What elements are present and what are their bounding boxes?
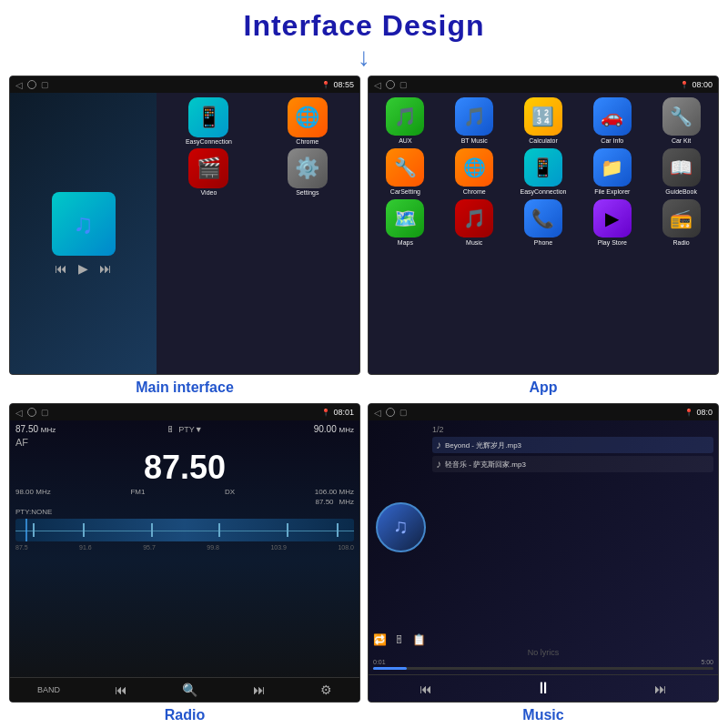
page-title: Interface Design xyxy=(9,9,719,43)
music-track-counter: 1/2 xyxy=(432,425,713,434)
app-calculator[interactable]: 🔢 Calculator xyxy=(511,97,576,144)
progress-bar-bg[interactable] xyxy=(373,667,713,670)
pty-selector[interactable]: PTY▼ xyxy=(178,425,202,434)
music-time: 08:0 xyxy=(696,408,713,417)
music2-label: Music xyxy=(466,239,482,246)
app-cell: ◁ ▢ 📍 08:00 🎵 AUX xyxy=(368,76,719,396)
radio-top-bar: 87.50 MHz 🎚 PTY▼ 90.00 MHz xyxy=(15,424,354,434)
app-status-left: ◁ ▢ xyxy=(374,80,408,90)
scale-marker-3 xyxy=(151,523,153,537)
scale-99: 99.8 xyxy=(207,544,219,551)
app-status-right: 📍 08:00 xyxy=(680,80,713,89)
radio-next[interactable]: ⏭ xyxy=(253,682,266,697)
calculator-icon: 🔢 xyxy=(524,97,562,136)
app-easy-conn[interactable]: 📱 EasyConnection xyxy=(511,148,576,195)
app-bt-music[interactable]: 🎵 BT Music xyxy=(442,97,507,144)
app-easy-connection[interactable]: 📱 EasyConnection xyxy=(161,97,256,145)
app-guidebook[interactable]: 📖 GuideBook xyxy=(649,148,713,195)
guidebook-icon: 📖 xyxy=(662,148,701,187)
music-list-icon[interactable]: 📋 xyxy=(412,633,426,646)
radio-location-icon: 📍 xyxy=(321,409,330,417)
playlist-item-1[interactable]: ♪ Beyond - 光辉岁月.mp3 xyxy=(432,437,713,453)
page-wrapper: Interface Design ↓ ◁ ▢ 📍 08:55 xyxy=(0,0,728,728)
playlist-item-2[interactable]: ♪ 轻音乐 - 萨克斯回家.mp3 xyxy=(432,456,713,472)
music-repeat-icon[interactable]: 🔁 xyxy=(373,633,387,646)
music-square-icon: ▢ xyxy=(399,408,408,417)
progress-times: 0:01 5:00 xyxy=(373,659,713,665)
car-info-label: Car Info xyxy=(601,137,623,144)
app-music2[interactable]: 🎵 Music xyxy=(442,199,507,246)
app-radio2[interactable]: 📻 Radio xyxy=(649,199,713,246)
screens-grid: ◁ ▢ 📍 08:55 ♫ xyxy=(9,76,719,723)
music-status-left: ◁ ▢ xyxy=(374,408,408,418)
music-prev-btn[interactable]: ⏮ xyxy=(420,682,432,696)
play-icon[interactable]: ▶ xyxy=(78,261,88,276)
app-file-exp[interactable]: 📁 File Explorer xyxy=(580,148,644,195)
scale-87: 87.5 xyxy=(15,544,28,551)
settings-icon: ⚙️ xyxy=(288,148,328,188)
music-playlist: ♪ Beyond - 光辉岁月.mp3 ♪ 轻音乐 - 萨克斯回家.mp3 xyxy=(432,437,713,472)
music-note: ♫ xyxy=(73,208,94,239)
playlist-note-1: ♪ xyxy=(436,439,441,451)
phone-icon: 📞 xyxy=(524,199,562,238)
back-icon: ◁ xyxy=(15,80,23,90)
app-car-setting[interactable]: 🔧 CarSetting xyxy=(373,148,438,195)
radio-search[interactable]: 🔍 xyxy=(182,682,197,697)
music-content: ♫ 1/2 ♪ Beyond - 光辉岁月.mp3 xyxy=(369,420,718,702)
radio-circle-icon xyxy=(27,408,36,417)
freq-fm1: FM1 xyxy=(130,488,145,496)
radio-freq-range: 98.00 MHz FM1 DX 106.00 MHz xyxy=(15,488,354,496)
app-label: App xyxy=(529,379,557,396)
music-frame: ◁ ▢ 📍 08:0 ♫ xyxy=(368,403,719,703)
app-car-kit[interactable]: 🔧 Car Kit xyxy=(649,97,713,144)
easy-conn-label: EasyConnection xyxy=(521,188,567,195)
app-chrome2[interactable]: 🌐 Chrome xyxy=(442,148,507,195)
app-play-store[interactable]: ▶ Play Store xyxy=(580,199,644,246)
app-square-icon: ▢ xyxy=(399,80,408,89)
music-status-bar: ◁ ▢ 📍 08:0 xyxy=(369,404,718,420)
app-maps[interactable]: 🗺️ Maps xyxy=(373,199,438,246)
radio-bottom-nav: BAND ⏮ 🔍 ⏭ ⚙ xyxy=(10,677,359,702)
main-time: 08:55 xyxy=(333,80,354,89)
active-freq-marker xyxy=(25,519,27,541)
car-setting-icon: 🔧 xyxy=(386,148,424,187)
main-bottom-nav: Navi Bluetooth ··· Radio Music xyxy=(10,374,359,375)
bt-music-label: BT Music xyxy=(461,137,488,144)
app-settings[interactable]: ⚙️ Settings xyxy=(260,148,355,196)
car-info-icon: 🚗 xyxy=(593,97,632,136)
radio-settings[interactable]: ⚙ xyxy=(320,682,332,697)
scale-marker-4 xyxy=(218,523,220,537)
radio-controls-top: 🎚 PTY▼ xyxy=(167,425,202,434)
scale-91: 91.6 xyxy=(79,544,92,551)
main-interface-cell: ◁ ▢ 📍 08:55 ♫ xyxy=(9,76,360,396)
music-top: ♫ 1/2 ♪ Beyond - 光辉岁月.mp3 xyxy=(369,420,718,633)
radio-prev[interactable]: ⏮ xyxy=(115,682,127,697)
main-interface-frame: ◁ ▢ 📍 08:55 ♫ xyxy=(9,76,360,375)
car-kit-icon: 🔧 xyxy=(662,97,701,136)
bt-music-icon: 🎵 xyxy=(455,97,493,136)
car-kit-label: Car Kit xyxy=(672,137,691,144)
music-eq-icon[interactable]: 🎚 xyxy=(394,633,405,646)
app-aux[interactable]: 🎵 AUX xyxy=(373,97,438,144)
app-car-info[interactable]: 🚗 Car Info xyxy=(580,97,644,144)
radio-back-icon: ◁ xyxy=(15,408,23,418)
aux-icon: 🎵 xyxy=(386,97,424,136)
app-frame: ◁ ▢ 📍 08:00 🎵 AUX xyxy=(368,76,719,375)
radio-label: Radio xyxy=(165,707,205,723)
music-album-section: ♫ xyxy=(373,425,428,629)
freq-dx: DX xyxy=(225,488,235,496)
aux-label: AUX xyxy=(399,137,411,144)
radio-band[interactable]: BAND xyxy=(37,685,60,694)
chrome2-icon: 🌐 xyxy=(455,148,493,187)
music-circle-icon xyxy=(386,408,395,417)
music-no-lyrics: No lyrics xyxy=(369,646,718,659)
music-play-btn[interactable]: ⏸ xyxy=(535,679,551,698)
next-icon[interactable]: ⏭ xyxy=(99,261,112,276)
app-video[interactable]: 🎬 Video xyxy=(161,148,256,196)
app-chrome[interactable]: 🌐 Chrome xyxy=(260,97,355,145)
scale-95: 95.7 xyxy=(143,544,156,551)
music-next-btn[interactable]: ⏭ xyxy=(654,682,667,696)
prev-icon[interactable]: ⏮ xyxy=(55,261,67,276)
app-phone[interactable]: 📞 Phone xyxy=(511,199,576,246)
playlist-text-2: 轻音乐 - 萨克斯回家.mp3 xyxy=(445,460,710,470)
